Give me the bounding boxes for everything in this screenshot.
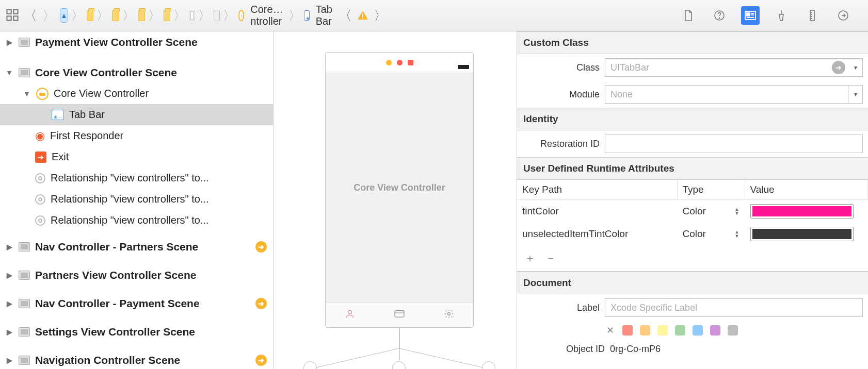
module-row: Module ▾ (517, 81, 868, 108)
color-tag[interactable] (622, 325, 633, 336)
chevron-right-icon: 〉 (97, 7, 109, 24)
relationship-segue[interactable]: Relationship "view controllers" to... (0, 189, 273, 210)
color-tag[interactable] (728, 325, 738, 336)
disclosure-closed-icon[interactable]: ▶ (5, 271, 13, 279)
attr-keypath[interactable]: tintColor (517, 200, 677, 223)
col-type[interactable]: Type (677, 180, 745, 200)
clear-tag-icon[interactable]: ✕ (605, 325, 615, 336)
folder-icon[interactable] (138, 10, 145, 21)
color-tag[interactable] (657, 325, 668, 336)
file-inspector-tab[interactable] (679, 6, 698, 25)
color-tag[interactable] (675, 325, 685, 336)
connections-inspector-tab[interactable] (834, 6, 853, 25)
storyboard-icon[interactable] (214, 10, 220, 21)
disclosure-open-icon[interactable]: ▼ (5, 69, 13, 77)
help-inspector-tab[interactable] (710, 6, 729, 25)
color-tag[interactable] (693, 325, 703, 336)
tab-bar-item[interactable]: Tab Bar (0, 104, 273, 125)
scene-title: Core View Controller (353, 182, 445, 193)
viewcontroller-icon (36, 88, 49, 100)
disclosure-closed-icon[interactable]: ▶ (5, 299, 13, 308)
scene-nav-payment[interactable]: ▶ Nav Controller - Payment Scene ➔ (0, 293, 273, 314)
scene-settings[interactable]: ▶ Settings View Controller Scene (0, 321, 273, 342)
class-input[interactable] (605, 58, 849, 77)
scene-label: Navigation Controller Scene (35, 354, 250, 366)
doc-label-input[interactable] (605, 298, 863, 317)
nav-forward-icon[interactable]: 〉 (41, 7, 57, 25)
card-icon[interactable] (394, 310, 405, 321)
color-swatch[interactable] (750, 227, 854, 241)
interface-builder-canvas[interactable]: Core View Controller (274, 31, 517, 369)
storyboard-file-icon[interactable] (189, 10, 195, 21)
disclosure-closed-icon[interactable]: ▶ (5, 356, 13, 364)
stepper-icon[interactable]: ▲▼ (735, 207, 740, 215)
person-icon[interactable] (345, 309, 355, 322)
dropdown-icon[interactable]: ▾ (848, 85, 863, 104)
exit-item[interactable]: ➔ Exit (0, 146, 273, 167)
scene-icon (19, 327, 30, 337)
disclosure-closed-icon[interactable]: ▶ (5, 243, 13, 251)
module-input[interactable] (605, 85, 848, 104)
attr-type[interactable]: Color (683, 206, 706, 217)
scene-label: Payment View Controller Scene (35, 36, 273, 48)
table-row[interactable]: tintColor Color▲▼ (517, 200, 868, 223)
segue-icon (35, 173, 45, 183)
svg-point-7 (719, 18, 720, 19)
runtime-attributes-table[interactable]: Key Path Type Value tintColor Color▲▼ un… (517, 180, 868, 245)
breadcrumb-core[interactable]: Core…ntroller (248, 4, 285, 27)
col-value[interactable]: Value (745, 180, 868, 200)
disclosure-open-icon[interactable]: ▼ (23, 90, 31, 98)
issues-forward-icon[interactable]: 〉 (373, 7, 388, 25)
scene-label: Nav Controller - Partners Scene (35, 241, 250, 253)
breadcrumb-tabbar[interactable]: Tab Bar (314, 4, 334, 27)
section-document: Document (517, 272, 868, 294)
color-swatch[interactable] (750, 204, 854, 219)
first-responder-item[interactable]: ◉ First Responder (0, 125, 273, 146)
scene-payment[interactable]: ▶ Payment View Controller Scene (0, 31, 273, 53)
scene-partners-view[interactable]: ▶ Partners View Controller Scene (0, 264, 273, 286)
scene-navigation[interactable]: ▶ Navigation Controller Scene ➔ (0, 349, 273, 369)
warning-icon[interactable] (356, 9, 369, 22)
attributes-inspector-tab[interactable] (772, 6, 791, 25)
tabbar-icon[interactable] (304, 10, 310, 21)
relationship-segue[interactable]: Relationship "view controllers" to... (0, 210, 273, 231)
table-row[interactable]: unselectedItemTintColor Color▲▼ (517, 223, 868, 245)
folder-icon[interactable] (164, 10, 171, 21)
scene-nav-partners[interactable]: ▶ Nav Controller - Partners Scene ➔ (0, 236, 273, 257)
svg-rect-1 (13, 9, 18, 13)
folder-icon[interactable] (112, 10, 119, 21)
scene-icon (19, 299, 30, 308)
gear-icon[interactable] (444, 309, 454, 322)
goto-class-icon[interactable]: ➔ (832, 61, 845, 74)
color-tag[interactable] (710, 325, 720, 336)
remove-attr-button[interactable]: － (545, 250, 556, 266)
add-attr-button[interactable]: ＋ (524, 250, 536, 266)
core-view-controller[interactable]: ▼ Core View Controller (0, 83, 273, 104)
project-icon[interactable]: ▲ (60, 8, 68, 23)
issues-back-icon[interactable]: 〈 (337, 7, 353, 25)
identity-inspector-tab[interactable] (741, 6, 760, 25)
attr-keypath[interactable]: unselectedItemTintColor (517, 223, 677, 245)
dropdown-icon[interactable]: ▾ (848, 58, 863, 77)
folder-icon[interactable] (87, 10, 94, 21)
item-label: Relationship "view controllers" to... (51, 193, 273, 205)
restoration-input[interactable] (605, 135, 863, 153)
disclosure-closed-icon[interactable]: ▶ (5, 328, 13, 336)
viewcontroller-icon[interactable] (238, 10, 244, 21)
attr-type[interactable]: Color (683, 228, 706, 240)
disclosure-closed-icon[interactable]: ▶ (5, 38, 13, 46)
col-keypath[interactable]: Key Path (517, 180, 677, 200)
scene-label: Core View Controller Scene (35, 66, 273, 79)
nav-back-icon[interactable]: 〈 (23, 7, 38, 25)
scene-preview[interactable]: Core View Controller (325, 52, 474, 328)
battery-icon (458, 65, 469, 69)
related-items-icon[interactable] (5, 8, 20, 24)
relationship-segue[interactable]: Relationship "view controllers" to... (0, 167, 273, 189)
stepper-icon[interactable]: ▲▼ (735, 230, 740, 238)
preview-tabbar[interactable] (326, 302, 473, 328)
size-inspector-tab[interactable] (803, 6, 822, 25)
color-tag[interactable] (640, 325, 650, 336)
class-label: Class (517, 62, 600, 73)
scene-core[interactable]: ▼ Core View Controller Scene (0, 62, 273, 83)
svg-rect-20 (395, 311, 404, 317)
